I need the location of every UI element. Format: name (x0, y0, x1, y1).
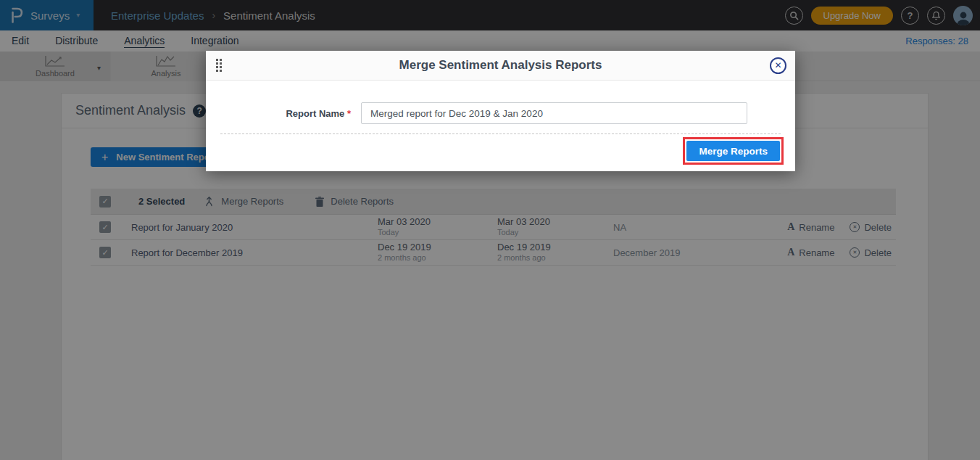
highlight-annotation: Merge Reports (683, 137, 784, 165)
merge-reports-modal: Merge Sentiment Analysis Reports ✕ Repor… (206, 51, 795, 171)
required-asterisk: * (347, 108, 351, 119)
report-name-label: Report Name * (275, 108, 351, 119)
modal-body: Report Name * (206, 81, 795, 124)
modal-footer: Merge Reports (206, 134, 795, 171)
page: Surveys ▾ Enterprise Updates › Sentiment… (0, 0, 980, 460)
modal-header: Merge Sentiment Analysis Reports ✕ (206, 51, 795, 81)
merge-reports-submit-button[interactable]: Merge Reports (686, 141, 780, 161)
close-icon: ✕ (774, 60, 781, 70)
modal-close-button[interactable]: ✕ (770, 57, 786, 74)
report-name-label-text: Report Name (286, 108, 344, 119)
modal-title: Merge Sentiment Analysis Reports (206, 58, 795, 73)
report-name-input[interactable] (361, 102, 747, 124)
